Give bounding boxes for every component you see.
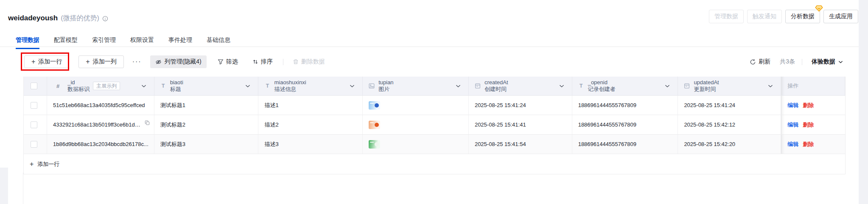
delete-data-button[interactable]: 删除数据 [290,58,328,66]
refresh-icon [750,59,756,65]
cell-id: 4332921c68ac13b5019ff3ce6b1d6e51 [53,121,143,128]
delete-link[interactable]: 删除 [803,141,814,148]
cell-created-at: 2025-08-25 15:41:24 [475,102,526,108]
primary-display-badge: 主展示列 [93,82,120,90]
date-type-icon [475,83,481,89]
column-header-openid[interactable]: T _openid 记录创建者 [572,77,678,95]
tab-event[interactable]: 事件处理 [168,36,192,49]
chevron-down-icon[interactable] [245,85,250,88]
column-name: createdAt [484,79,508,86]
refresh-button[interactable]: 刷新 [747,58,773,66]
env-data-select[interactable]: 体验数据 [809,58,846,66]
chevron-down-icon[interactable] [768,85,773,88]
thumbnail-accent [375,123,379,127]
column-header-updatedAt[interactable]: updatedAt 更新时间 [678,77,781,95]
eye-off-icon [155,59,162,65]
cell-created-at: 2025-08-25 15:41:54 [475,141,526,147]
column-cn-name: 记录创建者 [588,86,616,93]
image-thumbnail[interactable] [369,121,380,129]
cell-id: 1b86d9bb68ac13c2034bbcdb26178c... [53,141,148,147]
image-thumbnail[interactable] [369,140,380,149]
chevron-down-icon[interactable] [456,85,461,88]
env-data-label: 体验数据 [812,58,835,66]
delete-data-label: 删除数据 [301,58,325,66]
cell-title: 测试标题1 [160,102,185,109]
tab-basic-info[interactable]: 基础信息 [207,36,230,49]
column-header-miaoshuxinxi[interactable]: T miaoshuxinxi 描述信息 [258,77,363,95]
cell-created-at: 2025-08-25 15:41:41 [475,121,526,128]
filter-button[interactable]: 筛选 [215,58,241,66]
chevron-down-icon [838,61,843,63]
column-name: updatedAt [694,79,719,86]
tab-manage-data[interactable]: 管理数据 [16,36,39,49]
edit-link[interactable]: 编辑 [787,141,798,148]
trash-icon [293,59,299,65]
column-cn-name: 标题 [170,86,183,93]
column-header-id[interactable]: # _id 数据标识 主展示列 [47,77,154,95]
delete-link[interactable]: 删除 [803,102,814,109]
column-header-createdAt[interactable]: createdAt 创建时间 [469,77,572,95]
info-icon[interactable] [102,16,108,22]
generate-app-button[interactable]: 生成应用 [823,10,858,23]
add-column-button[interactable]: + 添加一列 [78,55,123,68]
footer-add-row-label: 添加一行 [37,160,59,168]
cell-title: 测试标题2 [160,121,185,129]
cell-openid: 1886961444555767809 [578,102,636,108]
table-left-border-tail [23,173,23,204]
edit-link[interactable]: 编辑 [787,102,798,109]
row-checkbox[interactable] [31,102,37,109]
chevron-down-icon[interactable] [141,85,146,88]
tab-configure-model[interactable]: 配置模型 [54,36,78,49]
column-name: biaoti [170,79,183,86]
analyze-data-label: 分析数据 [791,13,815,20]
column-header-tupian[interactable]: tupian 图片 [363,77,469,95]
toolbar-divider [283,59,283,65]
analyze-data-button[interactable]: 分析数据 [785,10,820,23]
column-name: tupian [378,79,393,86]
column-name: _id [67,79,90,86]
trigger-notify-button[interactable]: 触发通知 [747,10,782,23]
footer-add-row-button[interactable]: + 添加一行 [24,154,845,174]
select-all-checkbox[interactable] [31,83,37,89]
chevron-down-icon[interactable] [665,85,670,88]
table-row: 1b86d9bb68ac13c2034bbcdb26178c... 测试标题3 … [24,135,845,154]
copy-icon[interactable] [145,120,150,125]
column-header-biaoti[interactable]: T biaoti 标题 [154,77,259,95]
table-header-row: # _id 数据标识 主展示列 T biaoti 标题 [24,77,845,96]
cell-id: 51c51eb668ac13a4035fd5c95ceffced [53,102,145,108]
tab-permission[interactable]: 权限设置 [130,36,154,49]
sort-button[interactable]: 排序 [250,58,275,66]
chevron-down-icon[interactable] [559,85,564,88]
sort-arrows-icon [252,59,258,65]
page-gutter-bottom-left [0,168,8,204]
page-gutter-right [859,0,868,204]
header-checkbox-cell [24,77,47,95]
row-index-header: # [56,83,59,89]
column-manage-button[interactable]: 列管理(隐藏4) [150,55,207,68]
column-cn-name: 图片 [378,86,393,93]
text-type-icon: T [264,83,270,89]
more-button[interactable]: ··· [130,58,144,66]
cell-updated-at: 2025-08-25 15:41:24 [684,102,735,108]
refresh-label: 刷新 [759,58,770,66]
tab-bar: 管理数据 配置模型 索引管理 权限设置 事件处理 基础信息 [16,36,230,49]
actions-header-label: 操作 [787,82,798,90]
row-checkbox[interactable] [31,141,37,148]
toolbar-divider [802,59,802,65]
page-subtitle: (微搭的优势) [61,14,99,23]
delete-link[interactable]: 删除 [803,121,814,129]
cell-desc: 描述3 [264,141,278,148]
image-thumbnail[interactable] [369,101,380,110]
data-management-page: weidadeyoush (微搭的优势) 管理数据 触发通知 分析数据 生成应用… [0,0,868,204]
chevron-down-icon[interactable] [350,85,355,88]
column-cn-name: 数据标识 [67,86,90,93]
add-row-button[interactable]: + 添加一行 [24,55,69,68]
thumbnail-accent [375,142,379,146]
edit-link[interactable]: 编辑 [787,121,798,129]
tab-index-manage[interactable]: 索引管理 [92,36,116,49]
plus-icon: + [30,161,34,168]
table-row: 51c51eb668ac13a4035fd5c95ceffced 测试标题1 描… [24,96,845,115]
record-count: 共3条 [780,58,795,66]
manage-data-button[interactable]: 管理数据 [709,10,744,23]
row-checkbox[interactable] [31,121,37,128]
